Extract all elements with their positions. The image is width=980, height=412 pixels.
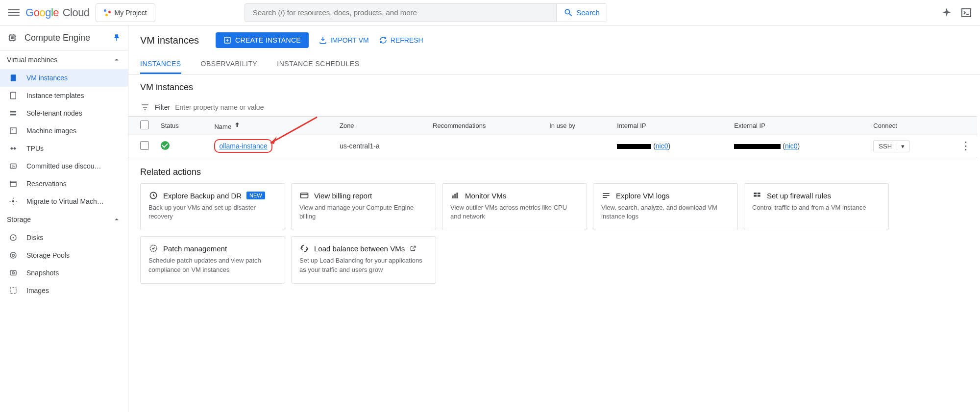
import-vm-button[interactable]: IMPORT VM bbox=[318, 36, 369, 45]
nav-item-images[interactable]: Images bbox=[0, 282, 128, 299]
nav-item-label: Images bbox=[26, 287, 49, 294]
card-logs[interactable]: Explore VM logs View, search, analyze, a… bbox=[593, 183, 738, 230]
tab-observability[interactable]: OBSERVABILITY bbox=[201, 55, 258, 74]
vm-icon bbox=[9, 73, 18, 82]
nav-item-sole-tenant[interactable]: Sole-tenant nodes bbox=[0, 104, 128, 122]
col-zone[interactable]: Zone bbox=[334, 117, 427, 135]
ssh-button[interactable]: SSH ▾ bbox=[873, 140, 910, 152]
import-icon bbox=[318, 36, 327, 45]
select-all-checkbox[interactable] bbox=[140, 121, 149, 129]
nav-item-snapshots[interactable]: Snapshots bbox=[0, 264, 128, 282]
nav-item-label: Disks bbox=[26, 234, 43, 242]
card-patch[interactable]: Patch management Schedule patch updates … bbox=[140, 236, 285, 283]
nav-item-label: VM instances bbox=[26, 74, 68, 82]
instance-name-link[interactable]: ollama-instance bbox=[214, 139, 272, 153]
filter-input[interactable] bbox=[175, 103, 968, 111]
google-cloud-logo[interactable]: Google Cloud bbox=[25, 6, 90, 19]
nav-item-machine-images[interactable]: Machine images bbox=[0, 122, 128, 140]
search-input[interactable] bbox=[245, 8, 556, 17]
new-badge: NEW bbox=[246, 192, 265, 199]
nic-link[interactable]: nic0 bbox=[656, 142, 668, 150]
nav-item-committed-use[interactable]: %Committed use discou… bbox=[0, 157, 128, 175]
status-running-icon bbox=[161, 141, 170, 150]
create-instance-button[interactable]: CREATE INSTANCE bbox=[216, 32, 309, 48]
gemini-icon[interactable] bbox=[941, 7, 953, 19]
discount-icon: % bbox=[9, 162, 18, 170]
ssh-dropdown-caret[interactable]: ▾ bbox=[897, 143, 905, 150]
svg-rect-43 bbox=[758, 195, 760, 196]
svg-point-22 bbox=[13, 237, 14, 239]
card-title: Explore VM logs bbox=[616, 192, 669, 200]
table-header-row: Status Name Zone Recommendations In use … bbox=[128, 117, 977, 135]
svg-point-23 bbox=[10, 252, 16, 258]
svg-rect-34 bbox=[452, 195, 454, 198]
project-selector[interactable]: My Project bbox=[96, 3, 155, 22]
snapshot-icon bbox=[9, 268, 18, 277]
refresh-icon bbox=[379, 36, 388, 45]
sole-tenant-icon bbox=[9, 109, 18, 118]
search-button[interactable]: Search bbox=[556, 4, 607, 22]
nav-item-reservations[interactable]: Reservations bbox=[0, 175, 128, 193]
nav-item-tpus[interactable]: TPUs bbox=[0, 140, 128, 157]
svg-rect-27 bbox=[10, 288, 16, 293]
tab-instance-schedules[interactable]: INSTANCE SCHEDULES bbox=[277, 55, 359, 74]
card-monitor[interactable]: Monitor VMs View outlier VMs across metr… bbox=[442, 183, 587, 230]
card-load-balance[interactable]: Load balance between VMs Set up Load Bal… bbox=[291, 236, 436, 283]
col-internal-ip[interactable]: Internal IP bbox=[611, 117, 728, 135]
tab-instances[interactable]: INSTANCES bbox=[140, 55, 181, 74]
recommendations-cell bbox=[427, 135, 543, 157]
zone-cell: us-central1-a bbox=[334, 135, 427, 157]
col-in-use-by[interactable]: In use by bbox=[543, 117, 611, 135]
chevron-up-icon bbox=[112, 215, 121, 224]
col-connect[interactable]: Connect bbox=[867, 117, 955, 135]
nav-item-vm-instances[interactable]: VM instances bbox=[0, 69, 128, 87]
svg-rect-18 bbox=[10, 181, 16, 187]
col-external-ip[interactable]: External IP bbox=[728, 117, 867, 135]
col-status[interactable]: Status bbox=[155, 117, 208, 135]
svg-rect-10 bbox=[11, 74, 16, 81]
card-desc: Schedule patch updates and view patch co… bbox=[148, 256, 277, 274]
load-balance-icon bbox=[299, 243, 309, 253]
nav-item-storage-pools[interactable]: Storage Pools bbox=[0, 246, 128, 264]
svg-rect-36 bbox=[457, 193, 458, 198]
nav-item-migrate[interactable]: Migrate to Virtual Mach… bbox=[0, 193, 128, 210]
nav-item-disks[interactable]: Disks bbox=[0, 229, 128, 246]
col-recommendations[interactable]: Recommendations bbox=[427, 117, 543, 135]
filter-icon bbox=[140, 102, 150, 112]
project-icon bbox=[104, 9, 111, 16]
card-firewall[interactable]: Set up firewall rules Control traffic to… bbox=[744, 183, 889, 230]
col-name[interactable]: Name bbox=[208, 117, 334, 135]
storage-pool-icon bbox=[9, 251, 18, 260]
refresh-button[interactable]: REFRESH bbox=[379, 36, 423, 45]
service-header: Compute Engine bbox=[0, 25, 128, 50]
table-row: ollama-instance us-central1-a (nic0) (ni… bbox=[128, 135, 977, 157]
monitor-icon bbox=[450, 191, 460, 200]
card-backup-dr[interactable]: Explore Backup and DR NEW Back up your V… bbox=[140, 183, 285, 230]
patch-icon bbox=[148, 243, 158, 253]
nav-group-virtual-machines[interactable]: Virtual machines bbox=[0, 50, 128, 69]
card-desc: Set up Load Balancing for your applicati… bbox=[299, 256, 428, 274]
nav-item-label: Snapshots bbox=[26, 269, 59, 277]
card-billing[interactable]: View billing report View and manage your… bbox=[291, 183, 436, 230]
nav-item-instance-templates[interactable]: Instance templates bbox=[0, 87, 128, 104]
row-kebab-menu[interactable]: ⋮ bbox=[960, 140, 971, 152]
disk-icon bbox=[9, 233, 18, 242]
nic-link[interactable]: nic0 bbox=[785, 142, 798, 150]
row-checkbox[interactable] bbox=[140, 141, 149, 150]
svg-rect-32 bbox=[301, 193, 308, 198]
col-name-label: Name bbox=[214, 123, 231, 130]
nav-group-storage[interactable]: Storage bbox=[0, 210, 128, 229]
compute-engine-icon bbox=[7, 32, 18, 43]
card-title: Monitor VMs bbox=[465, 192, 506, 200]
card-desc: View outlier VMs across metrics like CPU… bbox=[450, 203, 579, 221]
firewall-icon bbox=[752, 191, 762, 200]
nav-list-storage: Disks Storage Pools Snapshots Images bbox=[0, 229, 128, 299]
backup-icon bbox=[148, 191, 158, 200]
tabs: INSTANCES OBSERVABILITY INSTANCE SCHEDUL… bbox=[128, 55, 980, 74]
related-cards: Explore Backup and DR NEW Back up your V… bbox=[128, 183, 980, 295]
search-bar: Search bbox=[245, 3, 607, 22]
pin-icon[interactable] bbox=[112, 33, 121, 42]
cloud-shell-icon[interactable] bbox=[960, 7, 972, 19]
hamburger-menu-icon[interactable] bbox=[8, 7, 20, 19]
card-desc: View, search, analyze, and download VM i… bbox=[601, 203, 730, 221]
